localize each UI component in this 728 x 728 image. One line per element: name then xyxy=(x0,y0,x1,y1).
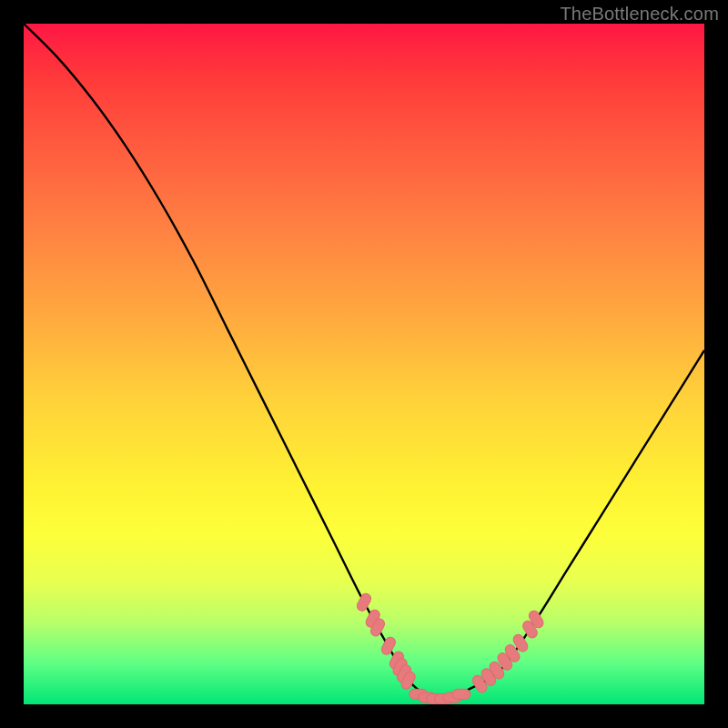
watermark-text: TheBottleneck.com xyxy=(560,4,719,25)
data-marker xyxy=(452,689,470,699)
marker-group-valley xyxy=(410,689,470,703)
chart-svg xyxy=(24,24,704,704)
marker-group-left xyxy=(355,592,417,691)
chart-frame: TheBottleneck.com xyxy=(0,0,728,728)
plot-area xyxy=(24,24,704,704)
marker-group-right xyxy=(470,609,545,694)
data-marker xyxy=(355,592,372,612)
